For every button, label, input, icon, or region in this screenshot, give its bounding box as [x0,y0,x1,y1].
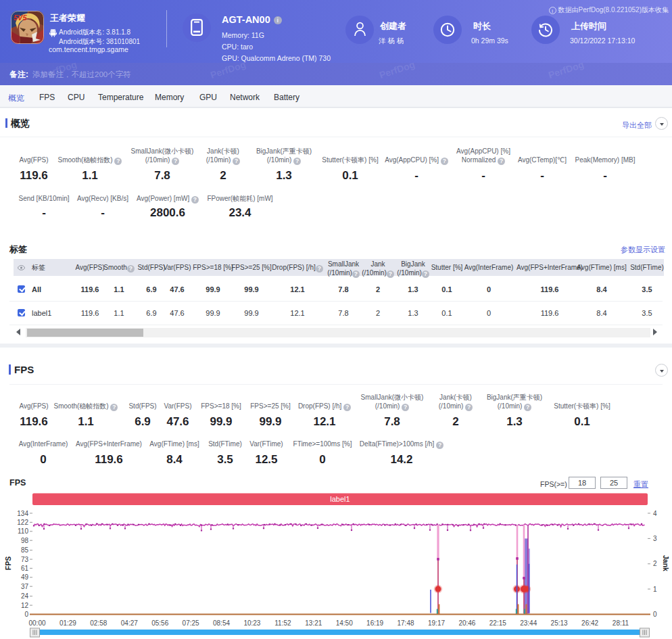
svg-text:25:13: 25:13 [551,619,568,627]
svg-text:14:50: 14:50 [336,619,353,627]
svg-text:85: 85 [21,546,29,554]
svg-text:22:15: 22:15 [489,619,506,627]
svg-text:08:54: 08:54 [213,619,230,627]
svg-text:0: 0 [653,611,657,618]
svg-text:11:52: 11:52 [274,619,291,627]
svg-text:10:23: 10:23 [243,619,260,627]
svg-text:4: 4 [653,510,657,517]
svg-text:07:25: 07:25 [183,619,199,627]
svg-text:16:19: 16:19 [366,619,383,627]
svg-text:label1: label1 [330,495,350,503]
svg-text:Jank: Jank [662,555,670,571]
svg-text:5V5: 5V5 [14,14,27,22]
svg-text:24: 24 [21,592,29,600]
svg-text:04:27: 04:27 [121,619,138,627]
svg-text:FPS: FPS [4,557,12,570]
svg-text:20:46: 20:46 [458,619,475,627]
svg-text:73: 73 [21,556,29,563]
svg-text:49: 49 [21,573,29,581]
svg-text:02:58: 02:58 [90,619,107,627]
svg-text:01:29: 01:29 [59,619,76,627]
svg-text:122: 122 [17,519,28,526]
svg-text:19:17: 19:17 [428,619,445,627]
svg-text:17:48: 17:48 [397,619,414,627]
svg-text:37: 37 [21,583,29,590]
svg-text:98: 98 [21,537,29,544]
svg-text:23:44: 23:44 [520,619,537,627]
svg-text:2: 2 [653,560,657,567]
svg-text:26:42: 26:42 [581,619,598,627]
svg-text:05:56: 05:56 [151,619,168,627]
svg-text:13:21: 13:21 [305,619,322,627]
svg-text:110: 110 [18,527,28,535]
svg-text:61: 61 [21,565,29,572]
svg-text:28:11: 28:11 [613,619,629,627]
svg-text:0: 0 [24,611,28,618]
svg-text:12: 12 [21,602,29,609]
svg-text:00:00: 00:00 [28,619,45,627]
svg-text:134: 134 [17,510,28,517]
svg-text:3: 3 [653,535,657,542]
svg-text:1: 1 [653,586,657,593]
